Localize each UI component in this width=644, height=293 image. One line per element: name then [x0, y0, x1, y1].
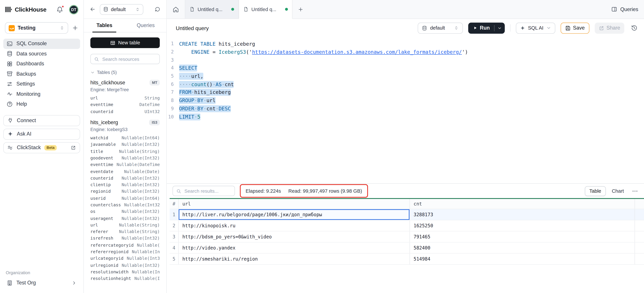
sidebar-item-monitoring[interactable]: Monitoring	[3, 89, 80, 99]
column-row: eventtimeNullable(DateTime6	[90, 161, 160, 168]
home-button[interactable]	[167, 0, 185, 19]
table-row[interactable]: 3http://bdsm_po_yers=0&with_video791465	[170, 231, 644, 242]
results-search-input[interactable]	[184, 188, 231, 194]
cell-cnt[interactable]: 514984	[410, 253, 635, 264]
header-index[interactable]: #	[170, 199, 179, 209]
table-row[interactable]: 2http://kinopoisk.ru1625250	[170, 220, 644, 231]
history-button[interactable]	[631, 25, 638, 31]
search-icon	[176, 188, 181, 193]
column-row: eventtimeDateTime	[90, 101, 160, 108]
table-name-row[interactable]: hits_clickhouse MT	[90, 80, 160, 86]
new-tab-button[interactable]	[292, 0, 309, 19]
view-toggle-table[interactable]: Table	[585, 186, 606, 196]
document-icon	[189, 7, 195, 12]
cell-cnt[interactable]: 791465	[410, 231, 635, 242]
sidebar-item-label: ClickStack	[17, 145, 41, 150]
workspace-selector[interactable]: Testing	[5, 22, 68, 34]
editor-line[interactable]: 4SELECT	[167, 64, 644, 72]
editor-line[interactable]: 2 ENGINE = IcebergS3('https://datasets-d…	[167, 48, 644, 56]
more-options-button[interactable]	[632, 188, 638, 194]
database-selector[interactable]: default	[100, 4, 143, 15]
column-list: watchidNullable(Int64)javaenableNullable…	[90, 134, 160, 282]
cell-url[interactable]: http://video.yandex	[179, 242, 410, 253]
column-row: referercategoryidNullable(I	[90, 242, 160, 248]
add-workspace-button[interactable]	[72, 25, 78, 31]
sidebar-item-help[interactable]: Help	[3, 99, 80, 109]
sidebar-item-ask-ai[interactable]: Ask AI	[3, 129, 80, 140]
column-row: clientipNullable(Int32)	[90, 181, 160, 188]
cell-cnt[interactable]: 582400	[410, 242, 635, 253]
grid-icon	[6, 61, 13, 67]
query-tab-1[interactable]: Untitled q...	[185, 0, 238, 19]
editor-line[interactable]: 9ORDER·BY·cnt·DESC	[167, 105, 644, 113]
header-cnt[interactable]: cnt	[410, 199, 635, 209]
cell-cnt[interactable]: 3288173	[410, 209, 635, 220]
column-row: useridNullable(Int64)	[90, 195, 160, 201]
table-row[interactable]: 4http://video.yandex582400	[170, 242, 644, 253]
query-tab-2[interactable]: Untitled q...	[238, 0, 292, 19]
query-title[interactable]: Untitled query	[176, 25, 209, 31]
editor-line[interactable]: 6····count()·AS·cnt	[167, 80, 644, 88]
new-table-button[interactable]: New table	[90, 38, 160, 48]
sidebar-item-backups[interactable]: Backups	[3, 69, 80, 79]
tables-section-header[interactable]: Tables (5)	[90, 70, 160, 75]
pulse-icon	[6, 91, 13, 97]
tab-tables[interactable]: Tables	[84, 19, 125, 32]
sidebar-item-label: Monitoring	[16, 91, 40, 97]
sidebar-item-sql-console[interactable]: SQL Console	[3, 39, 80, 49]
column-row: refererNullable(String)	[90, 228, 160, 235]
run-options-button[interactable]	[494, 26, 504, 30]
sidebar-item-clickstack[interactable]: ClickStackBeta	[3, 142, 80, 153]
resources-search[interactable]	[90, 54, 160, 64]
table-row[interactable]: 1http://liver.ru/belgorod/page/1006.jки/…	[170, 209, 644, 220]
external-link-icon	[71, 145, 76, 150]
tab-queries[interactable]: Queries	[125, 19, 166, 32]
notifications-button[interactable]	[56, 6, 63, 13]
editor-line[interactable]: 7FROM·hits_iceberg	[167, 88, 644, 96]
view-toggle-chart[interactable]: Chart	[610, 188, 626, 194]
plug-icon	[8, 118, 13, 123]
sidebar-item-connect[interactable]: Connect	[3, 115, 80, 126]
sidebar-item-settings[interactable]: Settings	[3, 79, 80, 89]
editor-line[interactable]: 5····url,	[167, 72, 644, 80]
cell-index: 5	[170, 253, 179, 264]
run-label: Run	[480, 25, 490, 31]
refresh-button[interactable]	[154, 6, 161, 13]
queries-panel-button[interactable]: Queries	[611, 0, 638, 19]
cell-url[interactable]: http://bdsm_po_yers=0&with_video	[179, 231, 410, 242]
clickhouse-logo[interactable]: ClickHouse	[5, 6, 46, 13]
notification-dot	[62, 5, 64, 8]
table-row[interactable]: 5http://smeshariki.ru/region514984	[170, 253, 644, 265]
query-database-selector[interactable]: default	[418, 22, 463, 34]
unsaved-dot	[285, 8, 288, 11]
header-filler	[635, 199, 644, 209]
sidebar-item-data-sources[interactable]: Data sources	[3, 49, 80, 59]
chevron-down-icon	[90, 70, 95, 75]
cell-url[interactable]: http://liver.ru/belgorod/page/1006.jки/д…	[179, 209, 410, 220]
editor-line[interactable]: 3	[167, 56, 644, 64]
results-header-row: # url cnt	[170, 199, 644, 209]
back-button[interactable]	[90, 6, 96, 13]
query-database-name: default	[430, 25, 445, 31]
editor-line[interactable]: 10LIMIT·5	[167, 113, 644, 121]
sql-ai-button[interactable]: SQL AI	[516, 22, 555, 34]
header-url[interactable]: url	[179, 199, 410, 209]
home-icon	[172, 6, 179, 13]
cell-url[interactable]: http://kinopoisk.ru	[179, 220, 410, 231]
organization-selector[interactable]: Test Org	[3, 277, 80, 288]
editor-line[interactable]: 8GROUP·BY·url	[167, 96, 644, 105]
sql-editor[interactable]: 1CREATE TABLE hits_iceberg2 ENGINE = Ice…	[167, 37, 644, 183]
column-row: watchidNullable(Int64)	[90, 134, 160, 141]
resources-search-input[interactable]	[102, 56, 156, 62]
cell-cnt[interactable]: 1625250	[410, 220, 635, 231]
run-button[interactable]: Run	[468, 25, 494, 31]
table-name-row[interactable]: hits_iceberg IS3	[90, 120, 160, 125]
cell-url[interactable]: http://smeshariki.ru/region	[179, 253, 410, 264]
cell-index: 1	[170, 209, 179, 220]
save-button[interactable]: Save	[561, 22, 589, 34]
avatar[interactable]: DT	[69, 5, 78, 14]
editor-line[interactable]: 1CREATE TABLE hits_iceberg	[167, 40, 644, 48]
results-search[interactable]	[172, 186, 235, 196]
sidebar-item-dashboards[interactable]: Dashboards	[3, 59, 80, 69]
share-button[interactable]: Share	[595, 22, 624, 34]
